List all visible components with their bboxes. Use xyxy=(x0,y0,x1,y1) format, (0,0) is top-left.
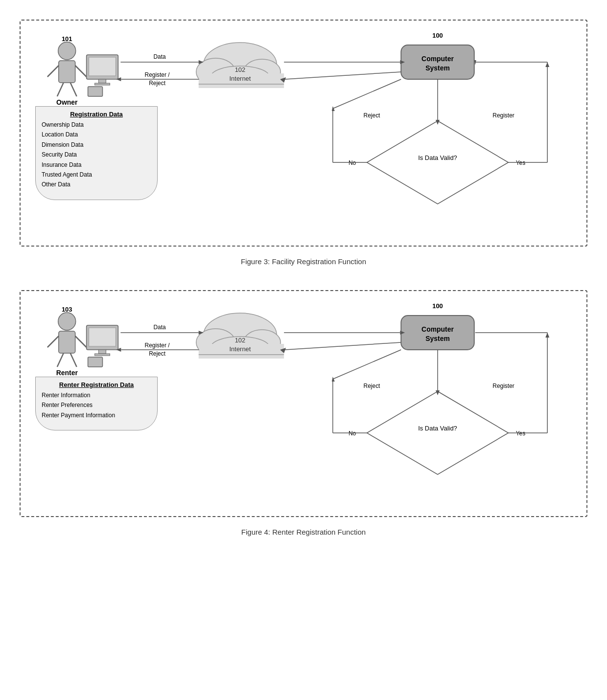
figure3-reg-data-title: Registration Data xyxy=(42,111,151,118)
svg-point-49 xyxy=(204,313,277,357)
svg-rect-53 xyxy=(199,344,284,359)
figure3-reject-label: Reject xyxy=(364,112,381,119)
figure4-data-label: Data xyxy=(153,324,166,331)
figure3-diamond-label1: Is Data Valid? xyxy=(418,154,457,161)
svg-marker-23 xyxy=(280,77,286,83)
figure3-register-reject-label1: Register / xyxy=(145,71,170,78)
svg-line-41 xyxy=(75,336,87,347)
figure3-reg-data-item-1: Ownership Data xyxy=(42,120,151,130)
figure4-reg-data-title: Renter Registration Data xyxy=(42,381,151,388)
svg-marker-21 xyxy=(400,60,405,64)
svg-line-40 xyxy=(47,336,59,347)
figure3-reg-data-item-5: Insurance Data xyxy=(42,160,151,170)
figure3-container: 101 Owner 102 Internet 100 Computer Syst… xyxy=(20,20,587,247)
figure4-renter-id: 103 xyxy=(62,306,72,313)
svg-line-3 xyxy=(75,66,87,77)
svg-marker-57 xyxy=(199,331,204,335)
svg-rect-8 xyxy=(99,79,106,83)
svg-line-69 xyxy=(333,350,401,379)
svg-marker-70 xyxy=(332,377,335,382)
svg-point-11 xyxy=(204,43,277,87)
figure3-caption: Figure 3: Facility Registration Function xyxy=(241,257,366,266)
figure4-caption: Figure 4: Renter Registration Function xyxy=(241,528,366,536)
figure3-register-reject-label2: Reject xyxy=(149,80,166,87)
svg-rect-9 xyxy=(95,83,110,85)
figure3-owner-label: Owner xyxy=(56,98,78,106)
svg-marker-74 xyxy=(545,333,549,338)
svg-line-42 xyxy=(57,353,64,367)
svg-marker-25 xyxy=(116,77,121,81)
figure3-reg-data-item-7: Other Data xyxy=(42,180,151,189)
svg-rect-48 xyxy=(88,357,103,367)
figure3-reg-data-item-6: Trusted Agent Data xyxy=(42,170,151,180)
figure3-reg-data-item-3: Dimension Data xyxy=(42,140,151,150)
svg-rect-45 xyxy=(89,328,116,346)
figure3-computer-system-label1: Computer xyxy=(421,55,454,63)
svg-rect-55 xyxy=(401,316,474,350)
svg-rect-1 xyxy=(59,61,75,83)
svg-marker-36 xyxy=(474,60,476,65)
svg-point-12 xyxy=(196,58,235,86)
figure4-reg-data-item-1: Renter Information xyxy=(42,390,151,400)
figure4-computer-id: 100 xyxy=(432,302,443,310)
figure3-diagram: 101 Owner 102 Internet 100 Computer Syst… xyxy=(30,30,577,236)
svg-marker-64 xyxy=(367,391,509,474)
svg-marker-26 xyxy=(367,121,509,204)
svg-rect-15 xyxy=(199,73,284,88)
figure4-reg-data-item-2: Renter Preferences xyxy=(42,400,151,410)
figure4-internet-label: Internet xyxy=(230,345,251,353)
svg-marker-32 xyxy=(332,106,335,111)
figure4-renter-label: Renter xyxy=(56,369,78,377)
svg-line-5 xyxy=(70,83,77,96)
svg-point-38 xyxy=(58,313,76,330)
svg-line-22 xyxy=(285,72,401,79)
svg-point-51 xyxy=(243,330,280,355)
figure3-reg-data-box: Registration Data Ownership Data Locatio… xyxy=(35,106,158,200)
svg-rect-39 xyxy=(59,331,75,353)
figure3-reg-data-item-4: Security Data xyxy=(42,150,151,159)
svg-marker-63 xyxy=(116,348,121,352)
figure3-computer-id: 100 xyxy=(432,32,443,39)
svg-marker-59 xyxy=(400,331,405,335)
figure4-register-reject-label2: Reject xyxy=(149,350,166,357)
figure3-computer-system-label2: System xyxy=(425,64,450,72)
figure4-yes-label: Yes xyxy=(516,430,526,437)
figure4-computer-system-label1: Computer xyxy=(421,325,454,333)
svg-marker-61 xyxy=(280,348,286,353)
figure3-owner-id: 101 xyxy=(62,35,72,43)
svg-rect-47 xyxy=(95,354,110,356)
svg-line-4 xyxy=(57,83,64,96)
figure4-container: 103 Renter 102 Internet 100 Computer Sys… xyxy=(20,290,587,517)
figure3-data-label: Data xyxy=(153,53,166,60)
svg-marker-37 xyxy=(545,62,549,67)
figure3-internet-id-cloud: 102 xyxy=(235,66,246,73)
svg-point-0 xyxy=(58,42,76,60)
svg-rect-46 xyxy=(99,350,106,354)
figure4-computer-system-label2: System xyxy=(425,335,450,342)
figure4-no-label: No xyxy=(349,430,356,437)
svg-rect-17 xyxy=(401,45,474,79)
svg-line-60 xyxy=(285,342,401,350)
svg-line-43 xyxy=(70,353,77,367)
svg-line-31 xyxy=(333,79,401,109)
svg-rect-44 xyxy=(87,325,118,350)
svg-marker-28 xyxy=(436,120,440,125)
figure4-diamond-label1: Is Data Valid? xyxy=(418,425,457,432)
svg-rect-10 xyxy=(88,87,103,96)
figure4-reg-data-box: Renter Registration Data Renter Informat… xyxy=(35,377,158,430)
figure4-internet-id-cloud: 102 xyxy=(235,337,246,344)
svg-rect-7 xyxy=(89,57,116,76)
figure3-reg-data-item-2: Location Data xyxy=(42,130,151,139)
figure4-reg-data-item-3: Renter Payment Information xyxy=(42,410,151,420)
figure3-yes-label: Yes xyxy=(516,159,526,166)
svg-marker-19 xyxy=(199,60,204,64)
figure4-register-reject-label1: Register / xyxy=(145,342,170,349)
figure3-no-label: No xyxy=(349,159,356,166)
svg-marker-66 xyxy=(436,390,440,395)
svg-point-14 xyxy=(211,66,270,88)
figure4-diagram: 103 Renter 102 Internet 100 Computer Sys… xyxy=(30,301,577,506)
figure3-internet-label: Internet xyxy=(230,75,251,82)
svg-point-52 xyxy=(211,337,270,358)
figure4-register-label: Register xyxy=(492,383,514,389)
svg-point-13 xyxy=(243,59,280,85)
